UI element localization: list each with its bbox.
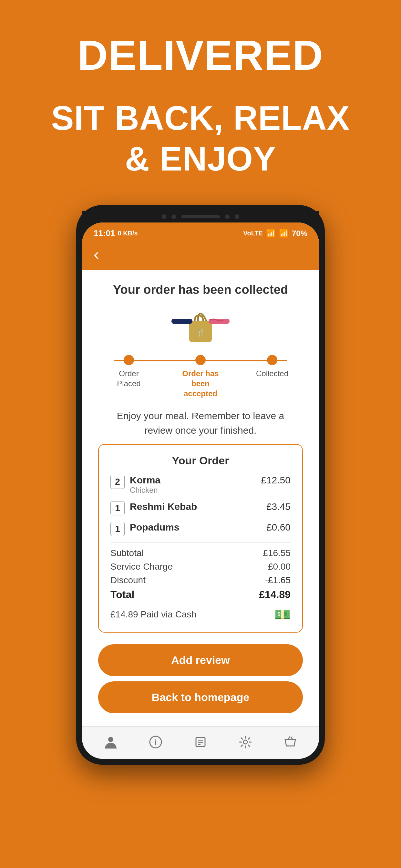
battery-display: 70% <box>292 229 307 238</box>
subtotal-value: £16.55 <box>263 548 290 558</box>
status-right: VoLTE 📶 📶 70% <box>243 229 307 238</box>
item-3-price: £0.60 <box>266 522 290 533</box>
qty-1: 2 <box>111 475 125 489</box>
nav-bar: ‹ <box>82 243 319 270</box>
step-order-placed: OrderPlaced <box>104 355 153 389</box>
order-box: Your Order 2 Korma Chicken £12.50 <box>98 444 303 632</box>
nav-basket[interactable] <box>283 735 297 749</box>
speaker-bar <box>181 215 220 218</box>
item-2-price: £3.45 <box>266 501 290 512</box>
camera-dot-2 <box>172 214 176 219</box>
paid-row: £14.89 Paid via Cash 💵 <box>111 607 290 622</box>
step-dot-2 <box>195 355 206 365</box>
back-button[interactable]: ‹ <box>94 246 99 262</box>
step-collected: Collected <box>248 355 297 378</box>
item-2-name: Reshmi Kebab <box>130 501 197 512</box>
hero-title: DELIVERED <box>78 32 323 79</box>
camera-dot-3 <box>225 214 229 219</box>
nav-profile[interactable] <box>104 735 118 749</box>
camera-dot-1 <box>162 214 166 219</box>
svg-text:i: i <box>155 738 157 746</box>
qty-3: 1 <box>111 522 125 536</box>
add-review-button[interactable]: Add review <box>98 644 303 676</box>
bag-illustration-svg: 🍴 <box>172 306 229 345</box>
discount-value: -£1.65 <box>265 575 290 585</box>
phone-screen: 11:01 0 KB/s VoLTE 📶 📶 70% ‹ Your order … <box>82 222 319 759</box>
order-item-1: 2 Korma Chicken £12.50 <box>111 475 290 495</box>
order-box-title: Your Order <box>111 454 290 467</box>
total-label: Total <box>111 589 134 600</box>
order-item-2: 1 Reshmi Kebab £3.45 <box>111 501 290 516</box>
order-item-3: 1 Popadums £0.60 <box>111 522 290 536</box>
signal-icon: 📶 <box>279 229 289 238</box>
camera-dot-4 <box>235 214 239 219</box>
status-bar: 11:01 0 KB/s VoLTE 📶 📶 70% <box>82 222 319 243</box>
status-left: 11:01 0 KB/s <box>94 228 138 238</box>
progress-tracker: OrderPlaced Order hasbeen accepted Colle… <box>104 355 297 399</box>
total-value: £14.89 <box>259 589 290 600</box>
enjoy-message: Enjoy your meal. Remember to leave a rev… <box>104 408 297 438</box>
item-1-price: £12.50 <box>261 475 290 486</box>
network-indicator: VoLTE <box>243 229 263 237</box>
service-charge-label: Service Charge <box>111 562 173 572</box>
order-item-3-left: 1 Popadums <box>111 522 179 536</box>
cash-icon: 💵 <box>274 607 290 622</box>
bottom-nav: i <box>82 726 319 759</box>
item-1-sub: Chicken <box>130 486 160 495</box>
hero-subtitle: SIT BACK, RELAX& ENJOY <box>51 98 350 179</box>
nav-info[interactable]: i <box>149 735 163 749</box>
step-dot-3 <box>267 355 277 365</box>
subtotal-label: Subtotal <box>111 548 144 558</box>
order-status-title: Your order has been collected <box>98 283 303 297</box>
discount-label: Discount <box>111 575 146 585</box>
service-charge-value: £0.00 <box>268 562 290 572</box>
svg-rect-7 <box>196 738 205 747</box>
svg-point-4 <box>108 737 113 742</box>
nav-menu[interactable] <box>193 735 208 749</box>
step-order-accepted: Order hasbeen accepted <box>176 355 225 399</box>
back-to-homepage-button[interactable]: Back to homepage <box>98 681 303 713</box>
data-speed: 0 KB/s <box>118 229 138 237</box>
step-dot-1 <box>124 355 134 365</box>
phone-shell: 11:01 0 KB/s VoLTE 📶 📶 70% ‹ Your order … <box>76 205 325 765</box>
item-1-info: Korma Chicken <box>130 475 160 495</box>
order-item-2-left: 1 Reshmi Kebab <box>111 501 197 516</box>
delivery-illustration: 🍴 <box>98 306 303 345</box>
order-item-1-left: 2 Korma Chicken <box>111 475 160 495</box>
discount-row: Discount -£1.65 <box>111 575 290 585</box>
wifi-icon: 📶 <box>266 229 276 238</box>
item-3-info: Popadums <box>130 522 179 533</box>
step-label-1: OrderPlaced <box>117 368 141 389</box>
order-divider <box>111 542 290 543</box>
nav-settings[interactable] <box>238 735 252 749</box>
subtotal-row: Subtotal £16.55 <box>111 548 290 558</box>
total-row: Total £14.89 <box>111 589 290 600</box>
phone-camera-bar <box>82 211 319 222</box>
time-display: 11:01 <box>94 228 115 238</box>
step-label-3: Collected <box>256 368 288 378</box>
step-label-2: Order hasbeen accepted <box>176 368 225 399</box>
main-content: Your order has been collected 🍴 <box>82 270 319 726</box>
service-charge-row: Service Charge £0.00 <box>111 562 290 572</box>
svg-point-11 <box>243 740 247 744</box>
item-1-name: Korma <box>130 475 160 486</box>
qty-2: 1 <box>111 501 125 516</box>
paid-label: £14.89 Paid via Cash <box>111 609 196 620</box>
svg-rect-2 <box>172 319 192 324</box>
item-2-info: Reshmi Kebab <box>130 501 197 512</box>
item-3-name: Popadums <box>130 522 179 533</box>
svg-text:🍴: 🍴 <box>196 328 205 337</box>
